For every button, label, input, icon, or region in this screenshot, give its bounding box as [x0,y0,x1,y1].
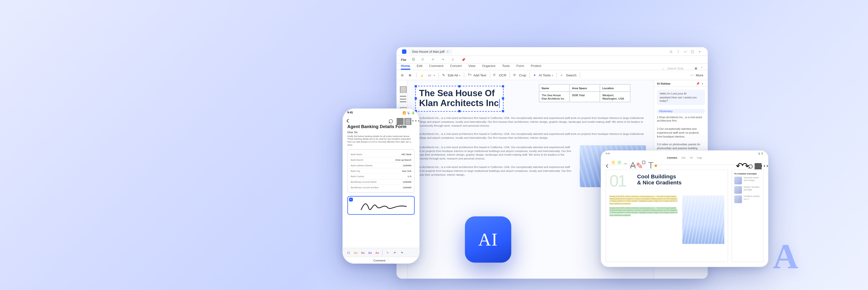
tablet-tab-edit[interactable]: Edit [682,156,685,159]
undo-icon[interactable]: ↶ [393,250,397,254]
ribbon-tab-convert[interactable]: Convert [450,64,462,70]
crop-button[interactable]: ⧈Crop [514,73,526,77]
ai-app-badge: AI [465,216,512,263]
zoom-out-button[interactable]: ⊖ [401,73,405,77]
titlebar: Sea House of klan.pdf × ◇ ⋮ — ▢ × [397,47,708,56]
signature-badge-icon: ✎ [349,197,353,201]
file-menu[interactable]: File [401,58,406,61]
text-style-icon[interactable]: Aa [368,250,372,254]
document-paragraph: Khan Architects Inc., is a mid-sized arc… [415,132,646,140]
decorative-letter: A [773,236,798,277]
search-icon[interactable]: ⌕ [748,160,751,164]
tablet-device: 9:41 📡 🔋 Comment Edit Fill Page ‹ A ✎ T … [601,150,769,267]
more-icon[interactable]: ⋯ [411,115,416,120]
ribbon-tab-home[interactable]: Home [401,64,410,70]
redo-icon[interactable]: ↷ [400,250,404,254]
ribbon-tab-protect[interactable]: Protect [531,64,541,70]
phone-toolbar: ‹ ⌕ ▦ ▤ ⋯ [343,114,419,121]
close-tab-icon[interactable]: × [447,50,449,53]
checkbox-tool-icon[interactable]: ☐ [346,250,350,254]
ai-tools-button[interactable]: ✦AI Tools▾ [533,73,553,77]
tablet-tab-page[interactable]: Page [697,156,702,159]
highlight-yellow-icon[interactable] [612,160,615,164]
phone-bottom-label: Comment [373,259,385,262]
side-panel-item[interactable]: Gradient studies vol. II [734,195,761,203]
zoom-in-button[interactable]: ⊕ [409,73,413,77]
ribbon-tab-organize[interactable]: Organize [482,64,495,70]
tablet-tab-fill[interactable]: Fill [690,156,693,159]
pen-icon[interactable]: ✎ [636,160,639,164]
phone-time: 9:41 [347,111,353,114]
selected-text-box[interactable]: The Sea House Of Klan Architects Inc [415,86,504,112]
signature-field[interactable]: ✎ [347,196,415,215]
help-icon[interactable]: ◉ [694,66,697,70]
minimize-icon[interactable]: — [683,49,688,54]
search-tools[interactable]: ⌕ Search Tools [662,67,683,70]
thumbnail-icon [734,195,742,203]
shape-tool[interactable]: ▭▾ [428,73,435,77]
ribbon-tab-edit[interactable]: Edit [417,64,423,70]
grid-icon[interactable]: ▦ [754,160,757,164]
ribbon-tab-comment[interactable]: Comment [429,64,443,70]
bookmark-icon[interactable]: ▤ [404,115,408,120]
document-tab[interactable]: Sea House of klan.pdf × [409,48,452,54]
back-icon[interactable]: ‹ [346,115,350,120]
collapse-ribbon-icon[interactable]: ⌃ [701,66,703,70]
shape-icon[interactable] [642,160,646,164]
tablet-tab-comment[interactable]: Comment [667,156,677,159]
page-thumbnail-icon[interactable]: ▤ [399,84,404,89]
side-panel-item[interactable]: Modern facades and light [734,186,761,194]
ribbon-tab-form[interactable]: Form [516,64,524,70]
more-button[interactable]: ⋯More [690,73,704,77]
ocr-button[interactable]: ⎚OCR [493,73,506,77]
maximize-icon[interactable]: ▢ [690,49,695,54]
more-icon[interactable]: ⋯ [760,160,764,164]
undo-icon[interactable]: ↶ [736,160,739,164]
kebab-icon[interactable]: ⋮ [676,49,681,54]
highlighter-tool[interactable]: ◢ [420,73,425,77]
close-panel-icon[interactable]: × [702,82,705,85]
edit-all-button[interactable]: ✎Edit All▾ [442,73,461,77]
print-icon[interactable]: ⎙ [422,57,426,62]
pin-icon[interactable]: 📌 [461,57,466,62]
text-icon[interactable]: T [648,160,652,164]
phone-document[interactable]: Agent Banking Details Form Dear Sir, Kin… [343,121,419,248]
phone-device: 9:41 📶 📡 🔋 ‹ ⌕ ▦ ▤ ⋯ Agent Banking Detai… [342,108,420,264]
search-button[interactable]: ⌕Search [561,73,577,77]
ai-summary-tag[interactable]: #Summary [657,109,705,113]
text-style-icon[interactable]: Aa [353,250,358,254]
document-tab-title: Sea House of klan.pdf [412,50,445,53]
text-style-icon[interactable]: Aa [375,250,379,254]
note-icon[interactable]: ▪ [654,160,658,164]
add-text-button[interactable]: T+Add Text [468,73,486,77]
redo-icon[interactable]: ↷ [742,160,745,164]
highlight-green-icon[interactable] [618,160,621,164]
share-icon[interactable]: ⇪ [452,57,456,62]
highlighted-text: Monday 03.05.2023 | Online conference | … [610,207,678,216]
document-table: Name Area Space Location The Sea House K… [539,84,630,102]
table-cell: Westport, Washington, USA [600,92,630,102]
redo-icon[interactable]: ↷ [441,57,446,62]
strikethrough-icon[interactable]: A [630,160,633,164]
underline-icon[interactable] [624,160,627,164]
document-title: The Sea House Of Klan Architects Inc [419,88,500,109]
undo-icon[interactable]: ↶ [432,57,436,62]
search-icon[interactable]: ⌕ [388,115,393,120]
pin-panel-icon[interactable]: 📌 [696,82,700,85]
table-header: Location [600,84,630,92]
ai-greeting-bubble: Hello,I'm Lumi,your AI assistant.How can… [657,90,705,105]
battery-icon: 🔋 [761,152,764,155]
bookmark-icon[interactable]: ☰ [399,94,404,99]
grid-icon[interactable]: ▦ [396,115,400,120]
pen-tool-icon[interactable]: ✎ [385,250,390,254]
close-window-icon[interactable]: × [698,49,703,54]
tablet-page[interactable]: 01 Cool Buildings & Nice Gradients Monda… [606,170,728,262]
side-panel-item[interactable]: Selected works and essays [734,177,761,184]
ribbon-tab-tools[interactable]: Tools [502,64,510,70]
text-style-icon[interactable]: Aa [361,250,365,254]
notification-icon[interactable]: ◇ [669,49,674,54]
phone-bottom-bar[interactable]: Comment ⌃ [343,257,419,263]
save-icon[interactable]: 🖫 [412,57,416,62]
ribbon-tab-view[interactable]: View [468,64,475,70]
back-icon[interactable]: ‹ [606,160,609,164]
